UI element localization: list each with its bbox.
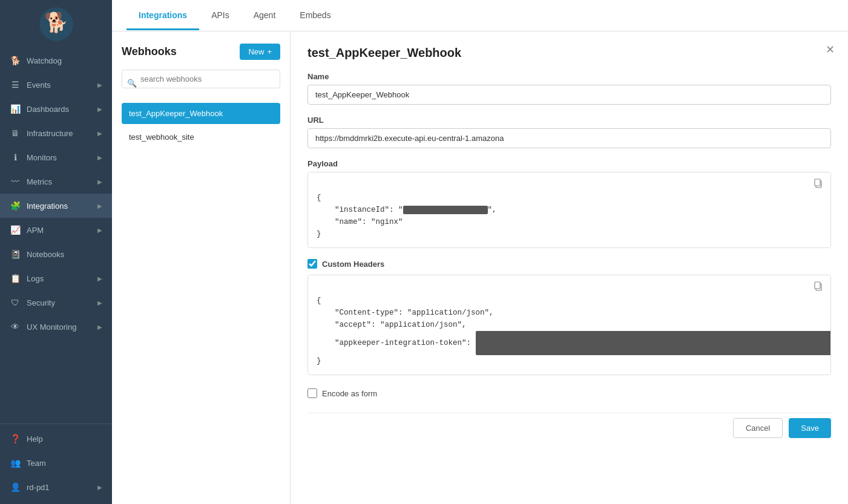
name-form-group: Name [307,72,831,105]
url-input[interactable] [307,128,831,148]
headers-copy-button[interactable] [811,280,826,294]
tab-apis[interactable]: APIs [199,2,242,30]
modal: Webhooks New + 🔍 test_AppKeeper_Webhook … [112,31,848,504]
sidebar-item-label: Integrations [27,201,91,211]
sidebar-item-ux-monitoring[interactable]: 👁 UX Monitoring ▶ [0,315,112,339]
sidebar-item-label: Logs [27,274,91,283]
app-logo: 🐕 [0,0,112,48]
ux-monitoring-icon: 👁 [10,321,21,332]
plus-icon: + [267,47,272,56]
sidebar-item-notebooks[interactable]: 📓 Notebooks [0,242,112,266]
webhook-list-item[interactable]: test_AppKeeper_Webhook [122,103,280,124]
encode-form-row: Encode as form [307,386,831,398]
svg-text:🐕: 🐕 [44,11,68,34]
sidebar-item-watchdog[interactable]: 🐕 Watchdog [0,48,112,73]
sidebar-nav: 🐕 Watchdog ☰ Events ▶ 📊 Dashboards ▶ 🖥 I… [0,48,112,421]
webhooks-panel: Webhooks New + 🔍 test_AppKeeper_Webhook … [112,31,291,504]
help-icon: ❓ [10,433,21,444]
sidebar-item-apm[interactable]: 📈 APM ▶ [0,218,112,242]
team-icon: 👥 [10,457,21,468]
payload-code-block: { "instanceId": "", "name": "nginx" } [307,172,831,248]
security-icon: 🛡 [10,297,21,308]
sidebar-item-metrics[interactable]: 〰 Metrics ▶ [0,169,112,194]
sidebar-item-label: APM [27,226,91,235]
webhooks-title: Webhooks [122,45,177,58]
apm-icon: 📈 [10,224,21,235]
logs-icon: 📋 [10,273,21,284]
chevron-right-icon: ▶ [97,178,102,185]
url-label: URL [307,116,831,125]
encode-form-checkbox[interactable] [307,388,317,398]
webhook-search-input[interactable] [122,70,280,88]
sidebar-item-rd-pd1[interactable]: 👤 rd-pd1 ▶ [0,475,112,499]
sidebar-item-integrations[interactable]: 🧩 Integrations ▶ [0,194,112,218]
watchdog-icon: 🐕 [10,55,21,66]
payload-content: { "instanceId": "", "name": "nginx" } [308,172,830,247]
chevron-right-icon: ▶ [97,154,102,161]
redacted-token [476,331,831,355]
new-webhook-button[interactable]: New + [240,44,280,60]
tab-embeds[interactable]: Embeds [288,2,343,30]
redacted-instance-id [403,206,488,214]
user-icon: 👤 [10,482,21,493]
sidebar-bottom: ❓ Help 👥 Team 👤 rd-pd1 ▶ [0,421,112,504]
infrastructure-icon: 🖥 [10,128,21,139]
chevron-right-icon: ▶ [97,227,102,234]
sidebar: 🐕 🐕 Watchdog ☰ Events ▶ 📊 Dashboards ▶ 🖥… [0,0,112,504]
monitors-icon: ℹ [10,152,21,163]
url-form-group: URL (1) [307,116,831,148]
sidebar-item-label: rd-pd1 [27,483,91,492]
headers-content: { "Content-type": "application/json", "a… [308,275,830,375]
main-content: Integrations APIs Agent Embeds Webhooks … [112,0,848,504]
encode-form-label: Encode as form [322,389,377,398]
payload-form-group: Payload { "instanceId": "", "name": "ngi… [307,159,831,248]
sidebar-item-label: Dashboards [27,105,91,114]
detail-title: test_AppKeeper_Webhook [307,46,831,60]
chevron-right-icon: ▶ [97,203,102,209]
search-icon: 🔍 [127,78,137,87]
headers-code-block-container: { "Content-type": "application/json", "a… [307,275,831,375]
events-icon: ☰ [10,79,21,90]
tab-agent[interactable]: Agent [242,2,288,30]
sidebar-item-team[interactable]: 👥 Team [0,451,112,475]
save-button[interactable]: Save [789,418,831,438]
metrics-icon: 〰 [10,176,21,187]
custom-headers-section: Custom Headers { "Content-type": "applic… [307,259,831,375]
payload-copy-button[interactable] [811,177,826,191]
sidebar-item-dashboards[interactable]: 📊 Dashboards ▶ [0,97,112,121]
annotation-3: （3） [840,295,848,316]
top-nav: Integrations APIs Agent Embeds [112,0,848,31]
custom-headers-label: Custom Headers [322,260,384,269]
close-button[interactable]: ✕ [821,41,838,58]
cancel-button[interactable]: Cancel [733,418,783,438]
svg-rect-3 [815,179,820,186]
modal-overlay: Webhooks New + 🔍 test_AppKeeper_Webhook … [112,31,848,504]
name-input[interactable] [307,85,831,105]
sidebar-item-label: UX Monitoring [27,322,91,332]
chevron-right-icon: ▶ [97,324,102,330]
sidebar-item-label: Help [27,434,102,443]
tab-integrations[interactable]: Integrations [127,2,199,30]
sidebar-item-help[interactable]: ❓ Help [0,427,112,451]
sidebar-item-events[interactable]: ☰ Events ▶ [0,73,112,97]
webhook-list-item[interactable]: test_webhook_site [122,126,280,148]
sidebar-item-infrastructure[interactable]: 🖥 Infrastructure ▶ [0,121,112,145]
sidebar-item-label: Notebooks [27,250,102,259]
webhooks-header: Webhooks New + [122,44,280,60]
sidebar-item-label: Security [27,298,91,307]
sidebar-item-label: Metrics [27,177,91,186]
chevron-right-icon: ▶ [97,130,102,137]
form-actions: Cancel Save [307,413,831,438]
sidebar-item-monitors[interactable]: ℹ Monitors ▶ [0,145,112,169]
sidebar-item-label: Monitors [27,153,91,162]
custom-headers-checkbox[interactable] [307,259,317,269]
sidebar-item-logs[interactable]: 📋 Logs ▶ [0,266,112,290]
custom-headers-checkbox-row: Custom Headers [307,259,831,269]
payload-label: Payload [307,159,831,168]
integrations-icon: 🧩 [10,200,21,211]
svg-rect-5 [815,282,820,289]
chevron-right-icon: ▶ [97,106,102,113]
sidebar-item-label: Watchdog [27,56,102,65]
sidebar-item-security[interactable]: 🛡 Security ▶ [0,290,112,315]
sidebar-item-label: Infrastructure [27,129,91,138]
